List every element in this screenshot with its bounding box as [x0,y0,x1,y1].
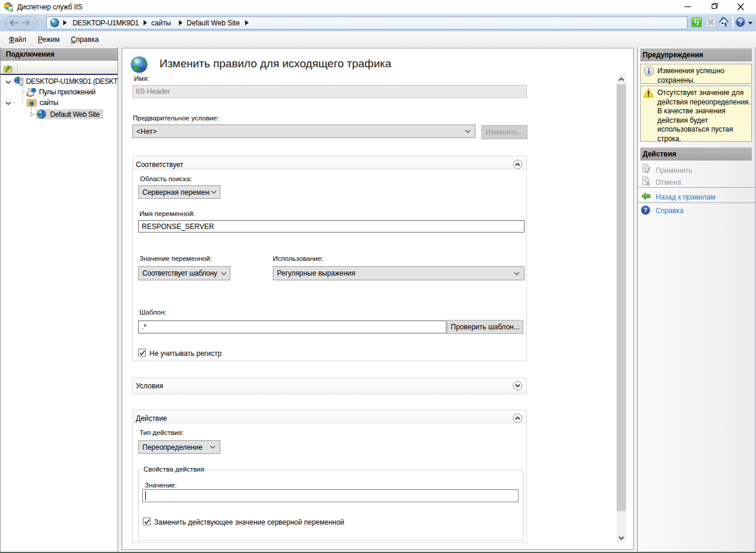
svg-text:?: ? [644,207,647,214]
svg-text:?: ? [738,18,742,27]
